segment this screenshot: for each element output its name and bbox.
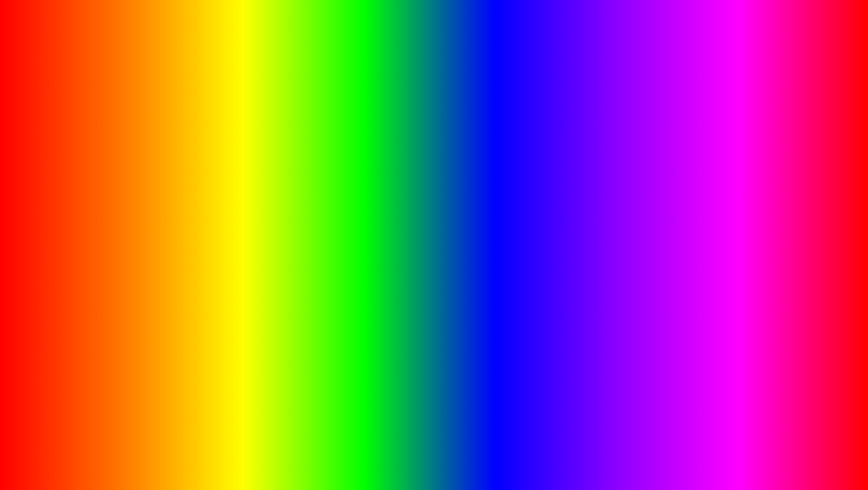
right-sidebar-label-stats: Stats bbox=[612, 197, 623, 203]
anti-cheat-checkbox[interactable]: ✓ bbox=[254, 165, 261, 172]
dropdown-arrow: ▼ bbox=[256, 182, 261, 187]
mobile-label: MOBILE ✔ bbox=[37, 170, 225, 212]
elite-not-spawn: Elite Hunter Not Spawn bbox=[643, 203, 825, 208]
blox-fruits-logo: 💀 BLOX FRUITS bbox=[783, 384, 828, 459]
right-sidebar-label-combats: Combats bbox=[612, 214, 632, 219]
logo-circle: 💀 bbox=[783, 384, 828, 429]
right-sidebar-icon-farmquest: ⊛ bbox=[602, 180, 609, 187]
logo-skull-icon: 💀 bbox=[792, 394, 820, 420]
auto-cake-checkbox[interactable] bbox=[813, 165, 820, 172]
right-sidebar-label-farmquest: Farm/Quest bbox=[612, 181, 638, 187]
auto-farm-text: AUTO FARM bbox=[195, 433, 443, 480]
auto-elite-label: Auto Elite Hunter bbox=[648, 216, 685, 221]
elite-hunter-label: 🔮 Elite Hunter 🔮 bbox=[713, 184, 755, 190]
right-sidebar-icon-teleport: ⊛ bbox=[602, 229, 609, 236]
char-ground-glow bbox=[407, 347, 461, 361]
right-sidebar-farmquest[interactable]: ⊛ Farm/Quest bbox=[598, 177, 638, 191]
bottom-section: AUTO FARM SCRIPT PASTEBIN bbox=[4, 433, 864, 480]
right-gui-hello: Hello bbox=[658, 147, 672, 154]
right-sidebar-label-teleport: Teleport bbox=[612, 230, 630, 235]
right-gui-title: Fai Fao HUB bbox=[614, 147, 649, 154]
mobile-text: MOBILE bbox=[37, 173, 163, 209]
auto-cake-prince-button[interactable]: Auto Cake Prince bbox=[643, 161, 825, 175]
divider-1 bbox=[643, 179, 825, 180]
android-checkmark: ✔ bbox=[195, 212, 225, 254]
right-gui-body: ⊛ Main ⊛ Farm/Quest ⊛ Stats ⊛ Combats ⊛ bbox=[598, 157, 830, 283]
auto-farm-chest-checkbox[interactable] bbox=[254, 223, 261, 230]
char-leg-left bbox=[400, 213, 414, 267]
right-gui-sep2: | bbox=[675, 147, 676, 154]
right-sidebar-icon-main: ⊛ bbox=[602, 164, 609, 171]
android-text: ANDROID bbox=[37, 214, 188, 251]
left-gui-hello: Hello bbox=[98, 147, 112, 154]
right-sidebar-label-raidesp: Raid/Esp bbox=[612, 246, 632, 251]
right-sidebar-teleport[interactable]: ⊛ Teleport bbox=[598, 225, 638, 240]
right-gui-panel: ⊛ Fai Fao HUB | Hello | ⊛ Main ⊛ Farm/Qu… bbox=[597, 143, 831, 287]
right-gui-content: Auto Cake Prince 🔮 Elite Hunter 🔮 [Total… bbox=[638, 157, 830, 283]
left-gui-sep1: | bbox=[93, 147, 94, 154]
background-scene: BLOX FRUITS MOBILE ✔ ANDROID ✔ WORK ON M… bbox=[4, 4, 864, 486]
char-leg-right bbox=[454, 213, 468, 267]
right-gui-sidebar: ⊛ Main ⊛ Farm/Quest ⊛ Stats ⊛ Combats ⊛ bbox=[598, 157, 638, 283]
mobile-android-section: MOBILE ✔ ANDROID ✔ bbox=[37, 170, 225, 254]
script-pastebin-text: SCRIPT PASTEBIN bbox=[452, 442, 673, 471]
main-title: BLOX FRUITS bbox=[204, 10, 663, 83]
right-sidebar-icon-stats: ⊛ bbox=[602, 196, 609, 204]
right-sidebar-raidesp[interactable]: ⊛ Raid/Esp bbox=[598, 241, 638, 256]
mobile-checkmark: ✔ bbox=[170, 170, 200, 212]
logo-fruits-text: FRUITS bbox=[783, 445, 828, 459]
right-gui-icon: ⊛ bbox=[603, 147, 610, 154]
right-sidebar-label-main: Main bbox=[612, 165, 623, 170]
android-label: ANDROID ✔ bbox=[37, 212, 225, 254]
title-container: BLOX FRUITS bbox=[4, 10, 864, 83]
auto-cake-label: Auto Cake Prince bbox=[648, 165, 686, 171]
buddy-sword-label-container: ⚔ Buddy Sword ⚔ bbox=[643, 235, 825, 240]
elite-hunter-title: 🔮 Elite Hunter 🔮 bbox=[643, 184, 825, 190]
total-elite-killed: [Total Elite Killed : 50] bbox=[643, 194, 825, 199]
left-gui-title: Fai Fao HUB bbox=[54, 147, 89, 154]
partial-checkbox bbox=[254, 240, 261, 247]
left-gui-sep2: | bbox=[116, 147, 117, 154]
logo-blox-text: BLOX bbox=[783, 432, 828, 445]
right-sidebar-icon-raidesp: ⊛ bbox=[602, 245, 609, 252]
divider-2 bbox=[643, 230, 825, 230]
auto-elite-checkbox[interactable] bbox=[813, 215, 820, 222]
char-hat bbox=[427, 120, 441, 134]
right-sidebar-stats[interactable]: ⊛ Stats bbox=[598, 193, 638, 207]
right-sidebar-combats[interactable]: ⊛ Combats bbox=[598, 209, 638, 223]
right-sidebar-main[interactable]: ⊛ Main bbox=[598, 160, 638, 175]
auto-elite-hunter-button[interactable]: Auto Elite Hunter bbox=[643, 212, 825, 225]
farm-selected-checkbox[interactable] bbox=[254, 197, 261, 204]
left-gui-titlebar: ⊛ Fai Fao HUB | Hello | bbox=[38, 144, 270, 157]
buddy-sword-text: ⚔ Buddy Sword ⚔ bbox=[715, 235, 752, 240]
right-sidebar-icon-combats: ⊛ bbox=[602, 213, 609, 220]
right-gui-titlebar: ⊛ Fai Fao HUB | Hello | bbox=[598, 144, 830, 157]
left-gui-icon: ⊛ bbox=[44, 147, 51, 154]
right-gui-sep1: | bbox=[652, 147, 653, 154]
